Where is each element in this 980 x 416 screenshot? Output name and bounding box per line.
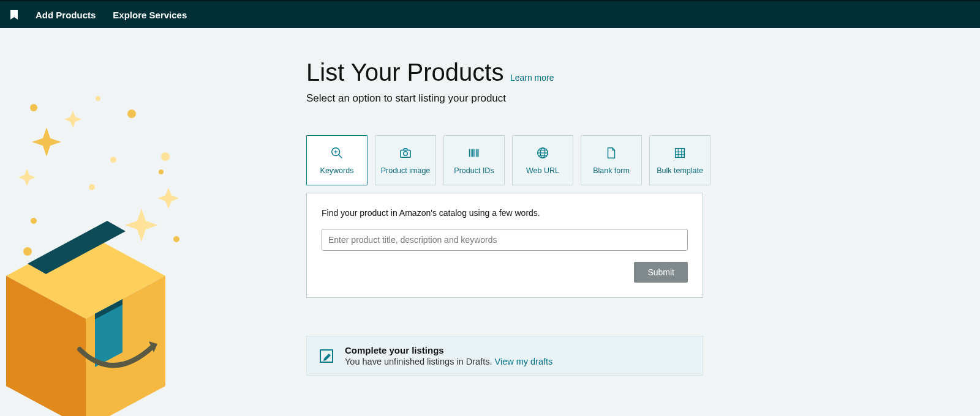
tab-blank-form[interactable]: Blank form: [581, 135, 642, 185]
tab-label: Product IDs: [454, 166, 494, 175]
search-panel: Find your product in Amazon's catalog us…: [306, 193, 703, 298]
page-title: List Your Products: [306, 59, 503, 86]
alert-body: You have unfinished listings in Drafts. …: [345, 357, 552, 366]
svg-point-21: [404, 152, 407, 155]
main-content: List Your Products Learn more Select an …: [306, 59, 796, 376]
grid-icon: [673, 146, 687, 160]
tab-web-url[interactable]: Web URL: [512, 135, 573, 185]
bookmark-icon[interactable]: [10, 10, 18, 20]
keyword-search-input[interactable]: [322, 229, 688, 251]
barcode-icon: [467, 146, 481, 160]
search-zoom-icon: [330, 146, 344, 160]
tab-list: Keywords Product image Product IDs Web U…: [306, 135, 796, 185]
tab-label: Product image: [381, 166, 431, 175]
file-icon: [604, 146, 619, 160]
top-nav: Add Products Explore Services: [0, 0, 980, 28]
tab-label: Blank form: [593, 166, 630, 175]
alert-title: Complete your listings: [345, 345, 552, 355]
hero-illustration: [0, 95, 202, 416]
tab-label: Bulk template: [657, 166, 703, 175]
nav-explore-services[interactable]: Explore Services: [113, 10, 187, 20]
svg-point-6: [96, 96, 100, 101]
svg-point-9: [161, 152, 170, 161]
svg-point-0: [30, 104, 37, 111]
svg-line-17: [339, 155, 342, 158]
globe-icon: [535, 146, 550, 160]
svg-point-5: [173, 236, 179, 242]
nav-add-products[interactable]: Add Products: [36, 10, 96, 20]
edit-note-icon: [318, 347, 335, 365]
tab-bulk-template[interactable]: Bulk template: [649, 135, 710, 185]
svg-point-7: [110, 157, 116, 163]
svg-point-1: [23, 247, 32, 256]
tab-label: Keywords: [320, 166, 354, 175]
drafts-alert: Complete your listings You have unfinish…: [306, 336, 703, 376]
tab-product-image[interactable]: Product image: [375, 135, 436, 185]
alert-text: You have unfinished listings in Drafts.: [345, 357, 492, 366]
svg-point-4: [159, 169, 164, 174]
svg-point-3: [127, 110, 136, 118]
tab-keywords[interactable]: Keywords: [306, 135, 368, 185]
tab-label: Web URL: [526, 166, 559, 175]
panel-description: Find your product in Amazon's catalog us…: [322, 208, 688, 218]
page-subtitle: Select an option to start listing your p…: [306, 92, 796, 105]
learn-more-link[interactable]: Learn more: [510, 73, 554, 83]
svg-rect-31: [676, 149, 685, 158]
view-drafts-link[interactable]: View my drafts: [495, 357, 553, 366]
submit-button[interactable]: Submit: [634, 262, 688, 283]
svg-point-8: [89, 184, 95, 190]
camera-icon: [398, 146, 413, 160]
svg-point-2: [31, 218, 37, 224]
tab-product-ids[interactable]: Product IDs: [443, 135, 505, 185]
